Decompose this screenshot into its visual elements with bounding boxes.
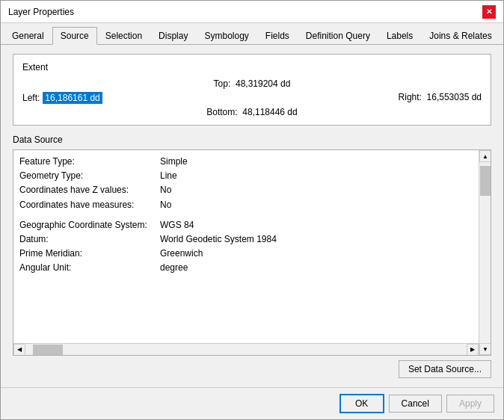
horizontal-scrollbar[interactable]: ◀ ▶	[13, 343, 479, 355]
tab-fields[interactable]: Fields	[257, 27, 298, 45]
row-value: WGS 84	[160, 218, 194, 232]
close-button[interactable]: ✕	[482, 5, 496, 19]
row-value: Line	[160, 169, 177, 183]
scroll-thumb-x[interactable]	[25, 345, 467, 355]
row-value: World Geodetic System 1984	[160, 232, 277, 247]
scroll-thumb-y[interactable]	[480, 166, 491, 196]
row-key: Geographic Coordinate System:	[19, 218, 154, 232]
title-bar: Layer Properties ✕	[1, 1, 503, 23]
scroll-down-button[interactable]: ▼	[479, 343, 491, 355]
extent-top: Top: 48,319204 dd	[176, 78, 329, 89]
apply-button[interactable]: Apply	[446, 395, 494, 413]
data-source-scroll-area[interactable]: Feature Type:SimpleGeometry Type:LineCoo…	[13, 150, 491, 355]
scroll-right-button[interactable]: ▶	[467, 344, 479, 356]
top-value: 48,319204 dd	[236, 78, 290, 89]
scroll-thumb-x-inner	[33, 345, 63, 355]
top-label: Top:	[214, 78, 231, 89]
tab-general[interactable]: General	[4, 27, 52, 45]
tab-source[interactable]: Source	[52, 27, 97, 45]
row-value: No	[160, 198, 171, 212]
table-row: Feature Type:Simple	[19, 155, 485, 169]
row-key: Angular Unit:	[19, 261, 154, 275]
tab-joins-relates[interactable]: Joins & Relates	[421, 27, 500, 45]
cancel-button[interactable]: Cancel	[389, 395, 442, 413]
row-value: degree	[160, 261, 188, 275]
tab-symbology[interactable]: Symbology	[196, 27, 256, 45]
tab-selection[interactable]: Selection	[97, 27, 150, 45]
tab-labels[interactable]: Labels	[378, 27, 421, 45]
data-source-label: Data Source	[13, 135, 491, 145]
table-row: Datum:World Geodetic System 1984	[19, 232, 485, 247]
ok-button[interactable]: OK	[339, 394, 384, 413]
row-key: Feature Type:	[19, 155, 154, 169]
table-row: Geographic Coordinate System:WGS 84	[19, 218, 485, 232]
layer-properties-dialog: Layer Properties ✕ General Source Select…	[0, 0, 504, 420]
extent-bottom: Bottom: 48,118446 dd	[176, 107, 329, 117]
set-data-source-row: Set Data Source...	[13, 360, 491, 378]
extent-right: Right: 16,553035 dd	[328, 92, 482, 104]
extent-section: Extent Top: 48,319204 dd Left: 16,186161…	[13, 54, 491, 126]
row-key: Coordinates have Z values:	[19, 183, 154, 197]
extent-grid: Top: 48,319204 dd Left: 16,186161 dd Rig…	[22, 78, 482, 117]
tab-display[interactable]: Display	[150, 27, 196, 45]
set-data-source-button[interactable]: Set Data Source...	[399, 360, 491, 378]
table-row: Geometry Type:Line	[19, 169, 485, 183]
left-label: Left:	[22, 93, 40, 103]
footer: OK Cancel Apply	[1, 387, 503, 419]
row-key: Prime Meridian:	[19, 247, 154, 261]
bottom-label: Bottom:	[206, 107, 237, 117]
row-value: Simple	[160, 155, 188, 169]
bottom-value: 48,118446 dd	[242, 107, 297, 117]
table-row: Prime Meridian:Greenwich	[19, 247, 485, 261]
scroll-left-button[interactable]: ◀	[13, 344, 25, 356]
tab-content: Extent Top: 48,319204 dd Left: 16,186161…	[1, 45, 503, 387]
right-value: 16,553035 dd	[427, 92, 482, 102]
row-key: Datum:	[19, 232, 154, 247]
right-label: Right:	[399, 92, 422, 102]
data-source-table: Feature Type:SimpleGeometry Type:LineCoo…	[13, 149, 491, 356]
table-row	[19, 212, 485, 218]
left-value: 16,186161 dd	[43, 92, 102, 104]
tab-time[interactable]: Time	[500, 27, 504, 45]
row-value: Greenwich	[160, 247, 203, 261]
row-key: Geometry Type:	[19, 169, 154, 183]
row-value: No	[160, 183, 171, 197]
row-key: Coordinates have measures:	[19, 198, 154, 212]
data-source-section: Data Source Feature Type:SimpleGeometry …	[13, 135, 491, 378]
vertical-scrollbar[interactable]: ▲ ▼	[479, 150, 491, 355]
tabs-bar: General Source Selection Display Symbolo…	[1, 23, 503, 45]
table-row: Coordinates have measures:No	[19, 198, 485, 212]
table-row: Coordinates have Z values:No	[19, 183, 485, 197]
extent-title: Extent	[22, 62, 482, 72]
dialog-title: Layer Properties	[8, 7, 74, 17]
extent-left: Left: 16,186161 dd	[22, 92, 176, 104]
scroll-up-button[interactable]: ▲	[479, 150, 491, 162]
tab-definition-query[interactable]: Definition Query	[298, 27, 378, 45]
table-row: Angular Unit:degree	[19, 261, 485, 275]
